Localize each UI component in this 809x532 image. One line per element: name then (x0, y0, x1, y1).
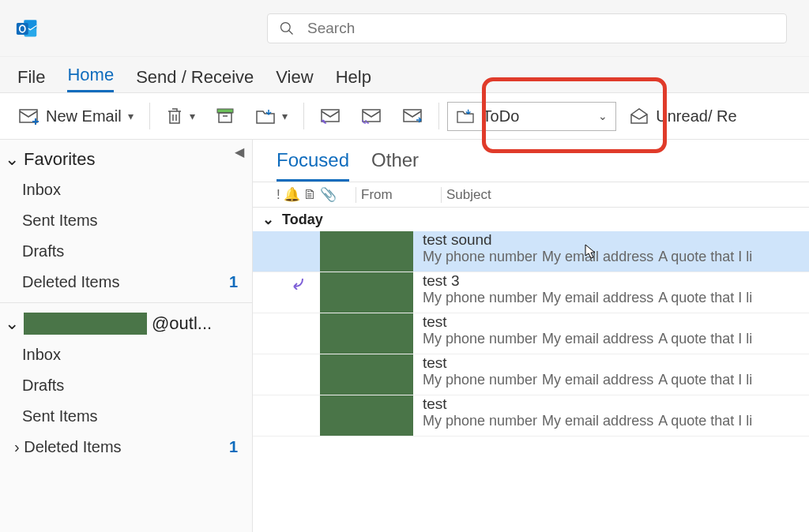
search-box[interactable] (267, 13, 787, 43)
message-preview: My phone numberMy email addressA quote t… (423, 413, 809, 429)
tab-other[interactable]: Other (371, 149, 419, 182)
sidebar-item-label: Deleted Items (24, 438, 121, 455)
search-icon (279, 21, 295, 36)
redacted-from (320, 313, 413, 354)
separator (438, 103, 439, 129)
sidebar-item-label: Inbox (22, 181, 61, 199)
mail-new-icon (19, 107, 40, 125)
sidebar-item-label: Sent Items (22, 407, 98, 425)
replied-icon (291, 275, 307, 290)
collapse-folder-pane[interactable]: ◀ (235, 144, 244, 159)
message-list-pane: Focused Other ! 🔔 🗎 📎 From Subject ⌄ Tod… (253, 140, 809, 532)
account-suffix: @outl... (152, 313, 212, 334)
ribbon-tabs: File Home Send / Receive View Help (0, 57, 809, 92)
message-preview: My phone numberMy email addressA quote t… (423, 331, 809, 347)
sidebar-item-label: Drafts (22, 377, 64, 395)
sidebar-item-label: Drafts (22, 242, 64, 260)
sidebar-item-label: Deleted Items (22, 273, 119, 291)
tab-home[interactable]: Home (67, 65, 114, 92)
account-header[interactable]: ⌄ @outl... (0, 308, 252, 339)
sidebar-item-drafts[interactable]: Drafts (0, 236, 252, 267)
delete-button[interactable]: ▾ (158, 102, 203, 130)
redacted-from (320, 395, 413, 436)
separator (303, 103, 304, 129)
column-subject[interactable]: Subject (441, 187, 491, 203)
trash-icon (166, 107, 183, 126)
chevron-down-icon: ⌄ (598, 110, 608, 122)
chevron-down-icon: ⌄ (262, 211, 274, 228)
message-row[interactable]: testMy phone numberMy email addressA quo… (253, 395, 809, 436)
unread-read-button[interactable]: Unread/ Re (621, 103, 744, 130)
chevron-down-icon: ▾ (282, 110, 288, 122)
chevron-down-icon: ⌄ (5, 149, 19, 170)
svg-rect-12 (219, 113, 231, 122)
redacted-from (320, 354, 413, 395)
unread-count: 1 (229, 438, 238, 456)
chevron-right-icon: › (14, 438, 20, 455)
chevron-down-icon: ▾ (190, 110, 195, 122)
column-headers: ! 🔔 🗎 📎 From Subject (253, 182, 809, 208)
svg-rect-15 (363, 110, 380, 122)
message-preview: My phone numberMy email addressA quote t… (423, 249, 809, 265)
new-email-label: New Email (46, 107, 122, 126)
move-button[interactable]: ▾ (247, 103, 295, 129)
sidebar-item-drafts[interactable]: Drafts (0, 370, 252, 401)
reply-all-button[interactable] (353, 103, 389, 129)
group-today[interactable]: ⌄ Today (253, 208, 809, 231)
svg-line-5 (289, 30, 293, 34)
message-row[interactable]: test soundMy phone numberMy email addres… (253, 231, 809, 272)
message-subject: test sound (423, 231, 809, 249)
folder-move-icon (456, 108, 475, 124)
redacted-from (320, 231, 413, 272)
unread-read-label: Unread/ Re (656, 107, 736, 126)
tab-help[interactable]: Help (336, 67, 371, 92)
reply-all-icon (361, 107, 382, 125)
sidebar-item-deleted-items[interactable]: Deleted Items1 (0, 267, 252, 298)
folder-pane: ◀ ⌄ Favorites Inbox Sent Items Drafts De… (0, 140, 253, 532)
column-from[interactable]: From (356, 187, 441, 203)
tab-file[interactable]: File (17, 67, 45, 92)
svg-rect-6 (20, 110, 37, 122)
message-subject: test (423, 313, 809, 331)
message-row[interactable]: test 3My phone numberMy email addressA q… (253, 272, 809, 313)
sidebar-item-inbox[interactable]: Inbox (0, 339, 252, 370)
reply-icon (320, 107, 341, 125)
sidebar-item-label: Sent Items (22, 212, 98, 230)
doc-icon: 🗎 (303, 187, 317, 203)
svg-rect-14 (322, 110, 339, 122)
reply-button[interactable] (312, 103, 348, 129)
favorites-header[interactable]: ⌄ Favorites (0, 144, 252, 174)
message-row[interactable]: testMy phone numberMy email addressA quo… (253, 313, 809, 354)
tab-send-receive[interactable]: Send / Receive (136, 67, 254, 92)
sidebar-item-sent-items[interactable]: Sent Items (0, 205, 252, 236)
chevron-down-icon: ▾ (128, 110, 134, 122)
svg-point-4 (281, 22, 291, 32)
reminder-icon: 🔔 (284, 186, 300, 203)
sidebar-item-inbox[interactable]: Inbox (0, 174, 252, 205)
message-subject: test (423, 354, 809, 372)
main-area: ◀ ⌄ Favorites Inbox Sent Items Drafts De… (0, 140, 809, 532)
importance-icon: ! (277, 187, 280, 203)
redacted-from (320, 272, 413, 313)
separator (149, 103, 150, 129)
forward-icon (402, 107, 423, 125)
chevron-down-icon: ⌄ (5, 313, 19, 334)
tab-focused[interactable]: Focused (277, 149, 349, 182)
separator (0, 302, 252, 303)
favorites-label: Favorites (24, 149, 95, 170)
ribbon-toolbar: New Email ▾ ▾ ▾ ToDo ⌄ Unread/ Re (0, 92, 809, 140)
archive-button[interactable] (208, 103, 243, 129)
attachment-icon: 📎 (320, 186, 337, 203)
sidebar-item-sent-items[interactable]: Sent Items (0, 401, 252, 432)
quick-move-dropdown[interactable]: ToDo ⌄ (447, 102, 617, 131)
search-input[interactable] (306, 19, 775, 38)
sidebar-item-deleted-items[interactable]: › Deleted Items1 (0, 432, 252, 463)
title-bar (0, 0, 809, 57)
folder-move-icon (255, 107, 276, 125)
new-email-button[interactable]: New Email ▾ (11, 103, 141, 130)
tab-view[interactable]: View (276, 67, 313, 92)
unread-count: 1 (229, 273, 238, 291)
message-row[interactable]: testMy phone numberMy email addressA quo… (253, 354, 809, 395)
message-subject: test (423, 395, 809, 413)
forward-button[interactable] (394, 103, 431, 129)
